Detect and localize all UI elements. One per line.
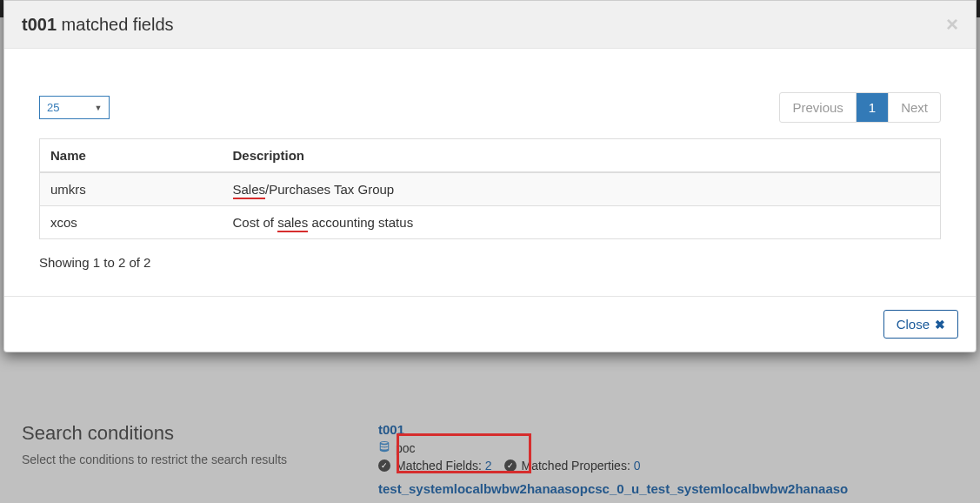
background-content: Search conditions Select the conditions … [0,422,980,496]
result-title-link[interactable]: t001 [378,422,958,437]
matched-fields-table: Name Description umkrs Sales/Purchases T… [39,138,941,239]
matched-fields-modal: t001 matched fields × 25 ▼ Previous 1 Ne… [3,0,977,352]
matched-properties-label[interactable]: Matched Properties: 0 [522,459,641,473]
pagination-prev[interactable]: Previous [780,93,856,122]
pagination: Previous 1 Next [779,92,941,123]
modal-title: t001 matched fields [22,15,174,35]
table-info: Showing 1 to 2 of 2 [39,255,941,270]
cell-description: Sales/Purchases Tax Group [223,172,941,206]
table-row: xcos Cost of sales accounting status [40,206,941,239]
poc-label: poc [396,441,416,455]
result-long-link[interactable]: test_systemlocalbwbw2hanaasopcsc_0_u_tes… [378,481,958,496]
caret-down-icon: ▼ [94,104,102,112]
cell-name: xcos [40,206,223,239]
pagination-next[interactable]: Next [889,93,940,122]
table-row: umkrs Sales/Purchases Tax Group [40,172,941,206]
check-icon-2: ✓ [504,459,517,472]
cell-description: Cost of sales accounting status [223,206,941,239]
page-size-select[interactable]: 25 ▼ [39,96,110,119]
modal-footer: Close ✖ [4,296,976,352]
close-x-icon: ✖ [935,318,945,332]
search-conditions-desc: Select the conditions to restrict the se… [22,452,343,469]
column-header-name[interactable]: Name [40,139,223,173]
modal-header: t001 matched fields × [4,1,976,49]
matched-fields-label[interactable]: Matched Fields: 2 [396,459,492,473]
close-button[interactable]: Close ✖ [883,310,958,339]
check-icon: ✓ [378,459,390,472]
database-icon [378,440,390,455]
cell-name: umkrs [40,172,223,206]
pagination-page-1[interactable]: 1 [857,93,889,122]
search-conditions-title: Search conditions [22,422,343,445]
column-header-description[interactable]: Description [223,139,941,173]
close-icon[interactable]: × [946,14,958,35]
